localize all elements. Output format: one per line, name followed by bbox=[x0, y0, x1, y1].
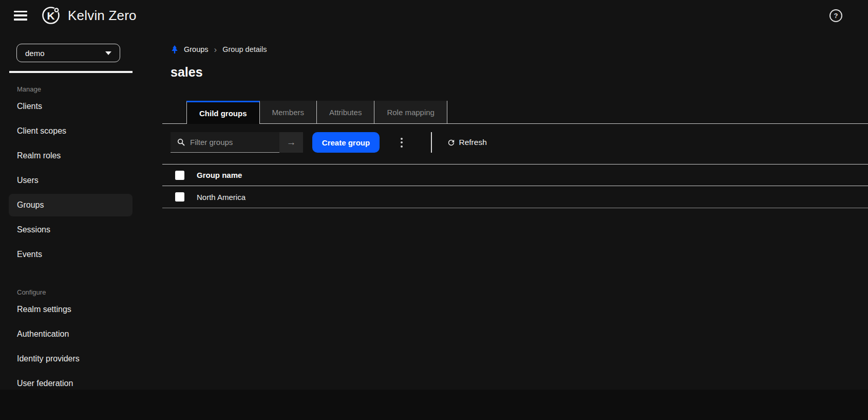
breadcrumb-current: Group details bbox=[222, 45, 267, 53]
bottom-strip bbox=[0, 390, 868, 420]
nav-section-label-manage: Manage bbox=[17, 85, 149, 93]
breadcrumb-separator-icon: › bbox=[214, 45, 217, 54]
breadcrumb-link-groups[interactable]: Groups bbox=[184, 45, 209, 53]
realm-underline-divider bbox=[9, 71, 133, 73]
main-content: Groups › Group details sales Child group… bbox=[149, 31, 868, 420]
select-all-checkbox[interactable] bbox=[175, 171, 184, 180]
arrow-right-icon: → bbox=[287, 137, 296, 148]
help-icon[interactable]: ? bbox=[829, 9, 842, 22]
nav-manage: Clients Client scopes Realm roles Users … bbox=[0, 95, 149, 266]
refresh-button[interactable]: Refresh bbox=[447, 138, 487, 147]
filter-groups-input[interactable] bbox=[190, 138, 267, 147]
toolbar: → Create group Refresh bbox=[171, 132, 868, 153]
table-row: North America bbox=[162, 186, 868, 208]
column-header-group-name: Group name bbox=[197, 171, 242, 179]
sidebar-item-groups[interactable]: Groups bbox=[9, 194, 133, 216]
sidebar: demo Manage Clients Client scopes Realm … bbox=[0, 31, 149, 420]
nav-section-label-configure: Configure bbox=[17, 288, 149, 296]
filter-group: → bbox=[171, 132, 303, 153]
table-header-row: Group name bbox=[162, 164, 868, 186]
realm-selector-value: demo bbox=[25, 49, 45, 58]
nav-configure: Realm settings Authentication Identity p… bbox=[0, 298, 149, 395]
sidebar-item-clients[interactable]: Clients bbox=[9, 95, 133, 118]
tab-attributes[interactable]: Attributes bbox=[317, 101, 374, 124]
kebab-menu-icon[interactable] bbox=[399, 136, 405, 150]
page-title: sales bbox=[171, 65, 868, 80]
svg-text:K: K bbox=[47, 10, 54, 22]
groups-table: Group name North America bbox=[162, 164, 868, 208]
filter-input-wrap bbox=[171, 132, 279, 153]
tab-role-mapping[interactable]: Role mapping bbox=[374, 101, 447, 124]
topbar: K Kelvin Zero ? bbox=[0, 0, 868, 31]
kelvin-zero-logo-icon: K bbox=[41, 5, 61, 26]
row-checkbox[interactable] bbox=[175, 192, 184, 202]
refresh-icon bbox=[447, 138, 456, 147]
search-icon bbox=[177, 138, 185, 147]
breadcrumb: Groups › Group details bbox=[171, 45, 868, 54]
tab-bar: Child groups Members Attributes Role map… bbox=[162, 101, 868, 124]
sidebar-item-sessions[interactable]: Sessions bbox=[9, 218, 133, 241]
sidebar-item-users[interactable]: Users bbox=[9, 169, 133, 192]
tab-members[interactable]: Members bbox=[260, 101, 317, 124]
filter-submit-button[interactable]: → bbox=[279, 132, 303, 153]
sidebar-item-identity-providers[interactable]: Identity providers bbox=[9, 348, 133, 370]
sidebar-item-realm-settings[interactable]: Realm settings bbox=[9, 298, 133, 321]
toolbar-divider bbox=[431, 132, 432, 153]
tree-icon bbox=[171, 45, 179, 54]
brand-name: Kelvin Zero bbox=[68, 8, 137, 24]
sidebar-item-client-scopes[interactable]: Client scopes bbox=[9, 120, 133, 142]
group-name-link[interactable]: North America bbox=[197, 193, 246, 202]
tabbar-spacer bbox=[447, 101, 868, 124]
sidebar-item-realm-roles[interactable]: Realm roles bbox=[9, 144, 133, 167]
caret-down-icon bbox=[105, 51, 111, 55]
create-group-button[interactable]: Create group bbox=[312, 132, 380, 153]
brand: K Kelvin Zero bbox=[41, 5, 137, 26]
sidebar-item-authentication[interactable]: Authentication bbox=[9, 323, 133, 345]
hamburger-menu-icon[interactable] bbox=[14, 11, 27, 21]
sidebar-item-events[interactable]: Events bbox=[9, 243, 133, 266]
tabbar-spacer bbox=[162, 101, 186, 124]
realm-selector[interactable]: demo bbox=[16, 44, 120, 62]
refresh-label: Refresh bbox=[459, 138, 487, 147]
tab-child-groups[interactable]: Child groups bbox=[186, 101, 260, 124]
